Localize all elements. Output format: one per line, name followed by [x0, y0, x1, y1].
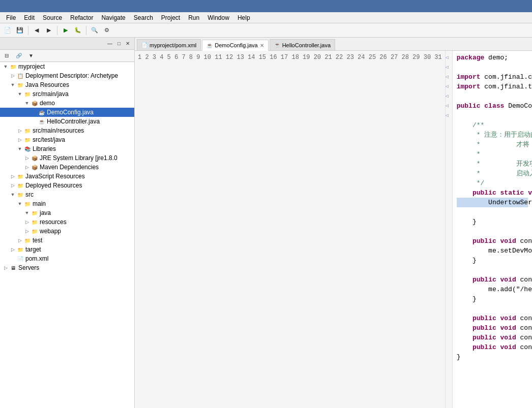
tree-icon: 📁 [16, 181, 24, 190]
tree-label: HelloController.java [47, 118, 100, 125]
tree-item[interactable]: ▷📁resources [0, 217, 134, 227]
pe-menu-btn[interactable]: ▼ [25, 50, 37, 61]
tree-icon: 🖥 [9, 264, 17, 272]
tree-arrow: ▷ [16, 137, 23, 142]
menu-bar: FileEditSourceRefactorNavigateSearchProj… [0, 12, 532, 23]
menu-item-search[interactable]: Search [130, 13, 157, 22]
pe-close-btn[interactable]: ✕ [124, 40, 131, 47]
pe-header: — □ ✕ [0, 38, 134, 50]
toolbar-debug[interactable]: 🐛 [72, 25, 83, 36]
tree-icon: 📁 [31, 227, 39, 235]
tree-item[interactable]: ▷📁Deployed Resources [0, 181, 134, 190]
editor-tab[interactable]: ☕HelloController.java [270, 39, 335, 50]
tree-item[interactable]: ▷📁target [0, 245, 134, 254]
editor-tab[interactable]: ☕DemoConfig.java✕ [202, 40, 268, 51]
toolbar-run[interactable]: ▶ [60, 25, 71, 36]
tree-item[interactable]: 📄pom.xml [0, 254, 134, 263]
tree-arrow: ▷ [9, 174, 16, 179]
tree-label: target [25, 246, 41, 253]
tree-arrow: ▷ [16, 238, 23, 243]
pe-tree: ▼📁myproject▷📋Deployment Descriptor: Arch… [0, 62, 134, 408]
tree-item[interactable]: ☕DemoConfig.java [0, 108, 134, 117]
tree-icon: 📁 [23, 136, 32, 144]
tree-icon: 📦 [31, 163, 39, 171]
toolbar-back[interactable]: ◀ [31, 25, 42, 36]
menu-item-run[interactable]: Run [184, 13, 203, 22]
tree-label: demo [40, 100, 55, 107]
tree-label: pom.xml [25, 255, 48, 262]
tree-icon: 📄 [16, 255, 24, 263]
tree-item[interactable]: ▼📁src/main/java [0, 89, 134, 99]
gutter: ◁ ◁ ◁ ◁ ◁ ◁ ◁ [446, 51, 453, 408]
pe-maximize-btn[interactable]: □ [116, 40, 122, 47]
tree-arrow: ▷ [16, 128, 23, 133]
tree-icon: 📁 [23, 127, 32, 135]
tree-item[interactable]: ▷📁src/main/resources [0, 126, 134, 135]
pe-header-controls: — □ ✕ [106, 40, 131, 47]
tree-icon: 📁 [16, 191, 24, 199]
editor-tab[interactable]: 📄myproject/pom.xml [137, 39, 201, 50]
menu-item-project[interactable]: Project [157, 13, 184, 22]
tree-label: Libraries [33, 145, 56, 152]
tree-label: webapp [40, 228, 61, 235]
tree-item[interactable]: ▷📦Maven Dependencies [0, 163, 134, 172]
tree-item[interactable]: ▼📁src [0, 190, 134, 199]
tree-item[interactable]: ▼📚Libraries [0, 144, 134, 153]
tab-label: myproject/pom.xml [150, 42, 196, 48]
toolbar-save[interactable]: 💾 [14, 25, 25, 36]
tree-icon: 📁 [16, 81, 24, 89]
tree-label: Java Resources [25, 81, 69, 88]
tree-item[interactable]: ▷📁src/test/java [0, 135, 134, 144]
tree-arrow: ▼ [23, 210, 31, 215]
editor-area: 📄myproject/pom.xml☕DemoConfig.java✕☕Hell… [135, 38, 532, 408]
tab-icon: ☕ [274, 42, 280, 48]
pe-link-btn[interactable]: 🔗 [13, 50, 24, 61]
menu-item-file[interactable]: File [2, 13, 20, 22]
pe-minimize-btn[interactable]: — [106, 40, 114, 47]
toolbar-search[interactable]: 🔍 [89, 25, 100, 36]
tree-item[interactable]: ▷📁JavaScript Resources [0, 172, 134, 181]
menu-item-window[interactable]: Window [203, 13, 233, 22]
menu-item-help[interactable]: Help [233, 13, 254, 22]
tree-item[interactable]: ▷📋Deployment Descriptor: Archetype [0, 71, 134, 80]
tree-arrow: ▷ [9, 73, 16, 78]
toolbar-new[interactable]: 📄 [2, 25, 13, 36]
menu-item-refactor[interactable]: Refactor [66, 13, 97, 22]
tree-item[interactable]: ▷📁webapp [0, 227, 134, 236]
menu-item-edit[interactable]: Edit [20, 13, 39, 22]
tree-label: src/main/resources [33, 127, 84, 134]
toolbar-settings[interactable]: ⚙ [101, 25, 112, 36]
menu-item-source[interactable]: Source [39, 13, 66, 22]
tree-label: Servers [18, 264, 39, 271]
tree-icon: ☕ [38, 117, 46, 125]
tree-label: src/test/java [33, 136, 65, 143]
tree-item[interactable]: ▷📁test [0, 236, 134, 245]
tree-item[interactable]: ▼📁main [0, 199, 134, 208]
tree-item[interactable]: ▼📁java [0, 208, 134, 217]
tree-arrow: ▼ [9, 192, 16, 197]
code-area[interactable]: package demo; import com.jfinal.config.*… [453, 51, 532, 408]
tree-item[interactable]: ▼📁myproject [0, 62, 134, 71]
tree-label: Maven Dependencies [40, 164, 99, 171]
tab-icon: ☕ [206, 43, 213, 48]
menu-item-navigate[interactable]: Navigate [97, 13, 129, 22]
pe-collapse-btn[interactable]: ⊟ [1, 50, 12, 61]
tree-label: src [25, 191, 34, 198]
tree-icon: 📁 [16, 245, 24, 254]
tree-item[interactable]: ▷🖥Servers [0, 263, 134, 272]
tree-item[interactable]: ▼📁Java Resources [0, 80, 134, 89]
tree-label: java [40, 209, 51, 216]
tree-arrow: ▷ [9, 247, 16, 252]
tab-bar: 📄myproject/pom.xml☕DemoConfig.java✕☕Hell… [135, 38, 532, 51]
tab-close-btn[interactable]: ✕ [260, 43, 264, 48]
title-bar [0, 0, 532, 12]
tree-item[interactable]: ☕HelloController.java [0, 117, 134, 126]
tree-icon: 📁 [31, 209, 39, 217]
tree-arrow: ▷ [23, 229, 31, 234]
toolbar-forward[interactable]: ▶ [43, 25, 54, 36]
tree-arrow: ▼ [16, 201, 23, 206]
tree-icon: 📋 [16, 72, 24, 80]
tree-item[interactable]: ▷📦JRE System Library [jre1.8.0 [0, 153, 134, 163]
tree-item[interactable]: ▼📦demo [0, 99, 134, 108]
tree-icon: 📁 [23, 90, 32, 98]
